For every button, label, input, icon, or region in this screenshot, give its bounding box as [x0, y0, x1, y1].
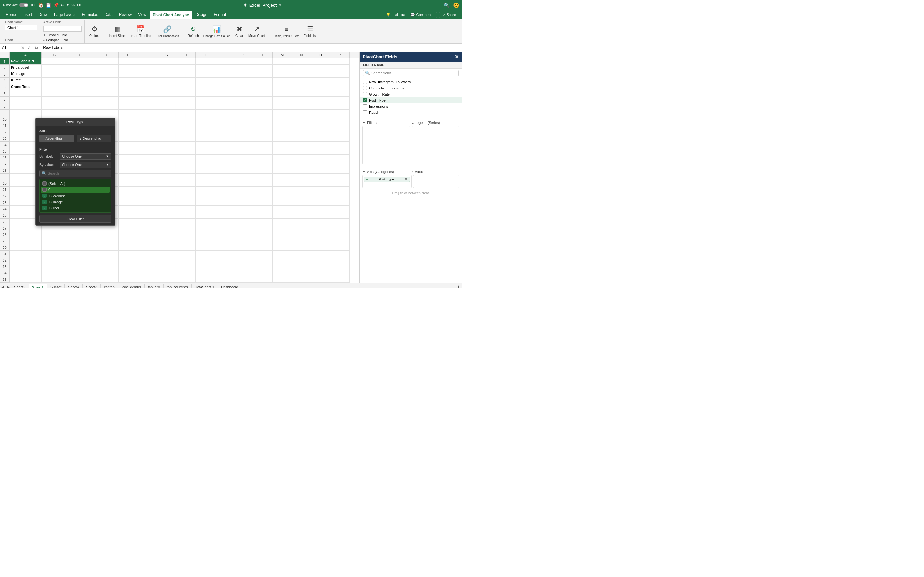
- filter-item-0[interactable]: 0: [41, 187, 110, 193]
- name-box[interactable]: A1: [0, 45, 19, 51]
- cell-E12[interactable]: [119, 129, 138, 135]
- cell-F12[interactable]: [138, 129, 157, 135]
- row-header-5[interactable]: 5: [0, 84, 9, 90]
- confirm-formula-btn[interactable]: ✓: [26, 45, 31, 50]
- cell-O23[interactable]: [311, 199, 330, 206]
- row-header-27[interactable]: 27: [0, 225, 9, 231]
- cell-I16[interactable]: [196, 155, 215, 161]
- cell-E15[interactable]: [119, 148, 138, 155]
- cell-L7[interactable]: [254, 97, 273, 103]
- cell-C32[interactable]: [67, 257, 93, 263]
- cell-N9[interactable]: [292, 110, 311, 116]
- move-chart-btn[interactable]: ↗ Move Chart: [246, 24, 267, 39]
- cell-L31[interactable]: [254, 251, 273, 257]
- cell-E5[interactable]: [119, 84, 138, 90]
- cell-L9[interactable]: [254, 110, 273, 116]
- cell-K5[interactable]: [234, 84, 254, 90]
- cell-K21[interactable]: [234, 187, 254, 193]
- cell-M6[interactable]: [273, 90, 292, 97]
- cell-J30[interactable]: [215, 244, 234, 251]
- undo-dropdown-icon[interactable]: ▼: [66, 3, 69, 7]
- cell-H14[interactable]: [176, 142, 196, 148]
- cell-B7[interactable]: [42, 97, 67, 103]
- cell-H33[interactable]: [176, 263, 196, 270]
- ascending-btn[interactable]: ↑ Ascending: [39, 135, 74, 142]
- cell-M11[interactable]: [273, 122, 292, 129]
- cell-E10[interactable]: [119, 116, 138, 122]
- cell-D5[interactable]: [93, 84, 119, 90]
- cell-L22[interactable]: [254, 193, 273, 199]
- cell-P3[interactable]: [330, 71, 350, 77]
- cell-L30[interactable]: [254, 244, 273, 251]
- cell-J12[interactable]: [215, 129, 234, 135]
- cell-I20[interactable]: [196, 180, 215, 187]
- cell-H31[interactable]: [176, 251, 196, 257]
- cell-G5[interactable]: [157, 84, 176, 90]
- cell-I9[interactable]: [196, 110, 215, 116]
- cell-M8[interactable]: [273, 103, 292, 110]
- cell-E33[interactable]: [119, 263, 138, 270]
- cell-I13[interactable]: [196, 135, 215, 142]
- cell-E6[interactable]: [119, 90, 138, 97]
- descending-btn[interactable]: ↓ Descending: [77, 135, 111, 142]
- cell-O33[interactable]: [311, 263, 330, 270]
- cell-H23[interactable]: [176, 199, 196, 206]
- cell-P15[interactable]: [330, 148, 350, 155]
- cell-N29[interactable]: [292, 238, 311, 244]
- cell-B5[interactable]: [42, 84, 67, 90]
- cell-N21[interactable]: [292, 187, 311, 193]
- cell-H22[interactable]: [176, 193, 196, 199]
- row-header-32[interactable]: 32: [0, 257, 9, 263]
- by-value-select[interactable]: Choose One ▼: [60, 161, 111, 168]
- cell-L2[interactable]: [254, 65, 273, 71]
- search-fields-input[interactable]: [371, 71, 457, 75]
- cell-J8[interactable]: [215, 103, 234, 110]
- cell-L6[interactable]: [254, 90, 273, 97]
- cell-G13[interactable]: [157, 135, 176, 142]
- cell-G10[interactable]: [157, 116, 176, 122]
- filter-item-select-all[interactable]: - (Select All): [41, 181, 110, 187]
- cell-O22[interactable]: [311, 193, 330, 199]
- cell-B8[interactable]: [42, 103, 67, 110]
- cell-I18[interactable]: [196, 167, 215, 174]
- sheet-tab-subset[interactable]: Subset: [47, 284, 65, 289]
- row-header-11[interactable]: 11: [0, 122, 9, 129]
- row-header-26[interactable]: 26: [0, 219, 9, 225]
- cell-E8[interactable]: [119, 103, 138, 110]
- cell-J26[interactable]: [215, 219, 234, 225]
- cell-F5[interactable]: [138, 84, 157, 90]
- cell-O12[interactable]: [311, 129, 330, 135]
- cell-H1[interactable]: [176, 58, 196, 65]
- active-field-input[interactable]: [43, 26, 82, 32]
- chart-name-input[interactable]: [5, 25, 37, 31]
- cell-N13[interactable]: [292, 135, 311, 142]
- cell-H29[interactable]: [176, 238, 196, 244]
- cell-N34[interactable]: [292, 270, 311, 276]
- cell-N16[interactable]: [292, 155, 311, 161]
- cell-K17[interactable]: [234, 161, 254, 167]
- cell-D2[interactable]: [93, 65, 119, 71]
- cell-I3[interactable]: [196, 71, 215, 77]
- row-header-29[interactable]: 29: [0, 238, 9, 244]
- growth-rate-checkbox[interactable]: [363, 92, 367, 96]
- cell-A29[interactable]: [10, 238, 42, 244]
- cell-O6[interactable]: [311, 90, 330, 97]
- cell-H21[interactable]: [176, 187, 196, 193]
- cell-H25[interactable]: [176, 212, 196, 219]
- cell-F2[interactable]: [138, 65, 157, 71]
- cell-A8[interactable]: [10, 103, 42, 110]
- cell-G27[interactable]: [157, 225, 176, 231]
- cell-P7[interactable]: [330, 97, 350, 103]
- cell-A27[interactable]: [10, 225, 42, 231]
- smiley-icon[interactable]: 😊: [453, 2, 459, 8]
- cell-K24[interactable]: [234, 206, 254, 212]
- cell-N23[interactable]: [292, 199, 311, 206]
- col-header-D[interactable]: D: [93, 52, 119, 58]
- row-header-19[interactable]: 19: [0, 174, 9, 180]
- cell-B32[interactable]: [42, 257, 67, 263]
- row-header-31[interactable]: 31: [0, 251, 9, 257]
- cell-M21[interactable]: [273, 187, 292, 193]
- cell-O16[interactable]: [311, 155, 330, 161]
- cell-M22[interactable]: [273, 193, 292, 199]
- cell-E23[interactable]: [119, 199, 138, 206]
